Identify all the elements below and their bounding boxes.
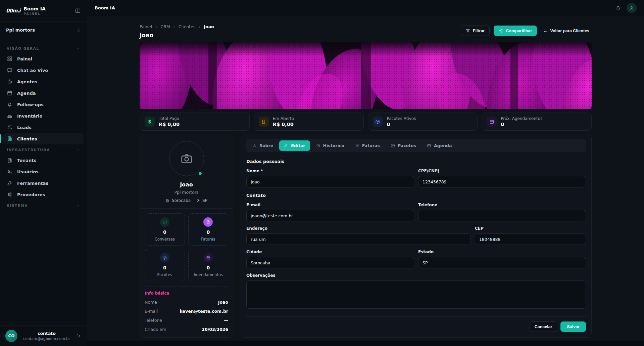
chevron-updown-icon bbox=[76, 28, 81, 33]
tab-editar[interactable]: Editar bbox=[279, 140, 310, 151]
avatar[interactable]: CO bbox=[5, 330, 17, 342]
cidade-label: Cidade bbox=[246, 250, 414, 254]
tab-faturas[interactable]: Faturas bbox=[350, 140, 385, 151]
sidebar-item-agentes[interactable]: Agentes bbox=[3, 76, 84, 87]
sidebar-item-clientes[interactable]: Clientes bbox=[3, 133, 84, 144]
sidebar-item-agenda[interactable]: Agenda bbox=[3, 87, 84, 99]
stat-label: Em Aberto bbox=[273, 116, 294, 121]
info-row-telefone: Telefone — bbox=[145, 318, 228, 323]
endereco-field[interactable] bbox=[246, 233, 471, 245]
tab-pacotes[interactable]: Pacotes bbox=[386, 140, 421, 151]
telefone-label: Telefone bbox=[418, 203, 586, 207]
tenant-selector-value: Ppl mortors bbox=[6, 28, 35, 33]
tenant-selector[interactable]: Ppl mortors bbox=[0, 21, 87, 39]
breadcrumb: Painel › CRM › Clientes › Joao bbox=[140, 24, 214, 29]
history-icon bbox=[316, 143, 320, 148]
breadcrumb-separator: › bbox=[174, 24, 175, 29]
sidebar-user-panel: CO contato contato@agboom.com.br bbox=[0, 326, 87, 346]
calendar-icon bbox=[7, 90, 13, 96]
cancel-button[interactable]: Cancelar bbox=[530, 321, 557, 332]
info-label: Criado em bbox=[145, 327, 166, 332]
cpf-cnpj-field[interactable] bbox=[418, 176, 586, 187]
tab-historico[interactable]: Histórico bbox=[311, 140, 349, 151]
invoice-icon bbox=[355, 143, 359, 148]
stat-card-pacotes-ativos: Pacotes Ativos 0 bbox=[368, 113, 478, 131]
cube-icon bbox=[373, 117, 383, 127]
mini-stat-conversas: 0 Conversas bbox=[145, 213, 185, 246]
sidebar-item-ferramentas[interactable]: Ferramentas bbox=[3, 177, 84, 189]
estado-field[interactable] bbox=[418, 257, 586, 268]
avatar-upload[interactable] bbox=[169, 141, 204, 176]
grid-icon bbox=[7, 56, 13, 62]
logout-icon[interactable] bbox=[76, 333, 82, 339]
breadcrumb-separator: › bbox=[199, 24, 200, 29]
stat-label: Pacotes Ativos bbox=[387, 116, 416, 121]
cidade-field[interactable] bbox=[246, 257, 414, 268]
sidebar-item-usuarios[interactable]: Usuários bbox=[3, 166, 84, 177]
calendar-icon bbox=[487, 117, 497, 127]
telefone-field[interactable] bbox=[418, 210, 586, 221]
sidebar-item-chat-ao-vivo[interactable]: Chat ao Vivo bbox=[3, 64, 84, 76]
chip-icon bbox=[7, 191, 13, 198]
page-header: Painel › CRM › Clientes › Joao Joao Filt… bbox=[140, 24, 592, 39]
page-title: Joao bbox=[140, 32, 214, 39]
sidebar-header: 00m.i Boom IA PAINEL bbox=[0, 0, 87, 21]
nav-group-sistema[interactable]: SISTEMA bbox=[3, 200, 84, 210]
breadcrumb-clientes[interactable]: Clientes bbox=[179, 24, 195, 29]
sidebar-item-label: Clientes bbox=[17, 136, 37, 141]
breadcrumb-painel[interactable]: Painel bbox=[140, 24, 152, 29]
sidebar-item-painel[interactable]: Painel bbox=[3, 53, 84, 64]
cep-field[interactable] bbox=[475, 233, 586, 245]
mini-stat-value: 0 bbox=[191, 229, 226, 235]
sidebar-item-inventario[interactable]: Inventário bbox=[3, 110, 84, 122]
stat-value: 0 bbox=[501, 122, 542, 127]
sidebar-item-leads[interactable]: Leads bbox=[3, 122, 84, 133]
map-pin-icon bbox=[196, 199, 200, 203]
observacoes-label: Observações bbox=[246, 273, 586, 278]
share-button[interactable]: Compartilhar bbox=[494, 26, 537, 36]
nav-group-visao-geral[interactable]: VISÃO GERAL bbox=[3, 43, 84, 53]
tab-label: Sobre bbox=[259, 143, 273, 148]
tab-label: Pacotes bbox=[398, 143, 416, 148]
tab-sobre[interactable]: Sobre bbox=[248, 140, 278, 151]
stat-value: R$ 0,00 bbox=[273, 122, 294, 127]
sidebar-collapse-icon[interactable] bbox=[75, 8, 81, 14]
filter-button[interactable]: Filtrar bbox=[461, 26, 490, 36]
nome-field[interactable] bbox=[246, 176, 414, 187]
tab-agenda[interactable]: Agenda bbox=[422, 140, 456, 151]
divider bbox=[140, 208, 233, 209]
back-button-label: Voltar para Clientes bbox=[550, 29, 589, 33]
funnel-icon bbox=[466, 29, 470, 33]
sidebar-item-label: Usuários bbox=[17, 169, 39, 174]
sidebar-item-provedores[interactable]: Provedores bbox=[3, 189, 84, 200]
breadcrumb-title-block: Painel › CRM › Clientes › Joao Joao bbox=[140, 24, 214, 39]
back-to-clients-button[interactable]: ← Voltar para Clientes bbox=[541, 26, 592, 36]
form-footer: Cancelar Salvar bbox=[246, 316, 586, 332]
user-plus-icon bbox=[7, 169, 13, 175]
info-value: keven@teste.com.br bbox=[180, 309, 228, 314]
client-name: Joao bbox=[145, 181, 228, 188]
brand-logo: 00m.i bbox=[6, 8, 20, 14]
sidebar-item-follow-ups[interactable]: Follow-ups bbox=[3, 99, 84, 110]
mini-stat-value: 0 bbox=[147, 229, 183, 235]
tabs-bar: Sobre Editar Histórico Faturas bbox=[246, 139, 586, 152]
wrench-icon bbox=[7, 180, 13, 186]
breadcrumb-crm[interactable]: CRM bbox=[160, 24, 170, 29]
stat-label: Total Pago bbox=[159, 116, 180, 121]
banner-image bbox=[140, 42, 592, 109]
nav-group-infraestrutura[interactable]: INFRAESTRUTURA bbox=[3, 144, 84, 155]
notifications-bell-icon[interactable] bbox=[615, 5, 621, 11]
email-field[interactable] bbox=[246, 210, 414, 221]
save-button[interactable]: Salvar bbox=[560, 321, 586, 332]
sidebar-item-label: Agenda bbox=[17, 91, 36, 96]
client-state: SP bbox=[202, 198, 207, 203]
arrow-left-icon: ← bbox=[543, 29, 548, 33]
sidebar-item-label: Inventário bbox=[17, 114, 42, 119]
invoice-icon bbox=[259, 117, 269, 127]
observacoes-field[interactable] bbox=[246, 280, 586, 309]
sidebar-item-tenants[interactable]: Tenants bbox=[3, 155, 84, 166]
info-label: Telefone bbox=[145, 318, 162, 323]
profile-avatar-icon[interactable] bbox=[627, 3, 637, 13]
mini-stat-faturas: 0 Faturas bbox=[188, 213, 229, 246]
sidebar-item-label: Provedores bbox=[17, 192, 45, 197]
